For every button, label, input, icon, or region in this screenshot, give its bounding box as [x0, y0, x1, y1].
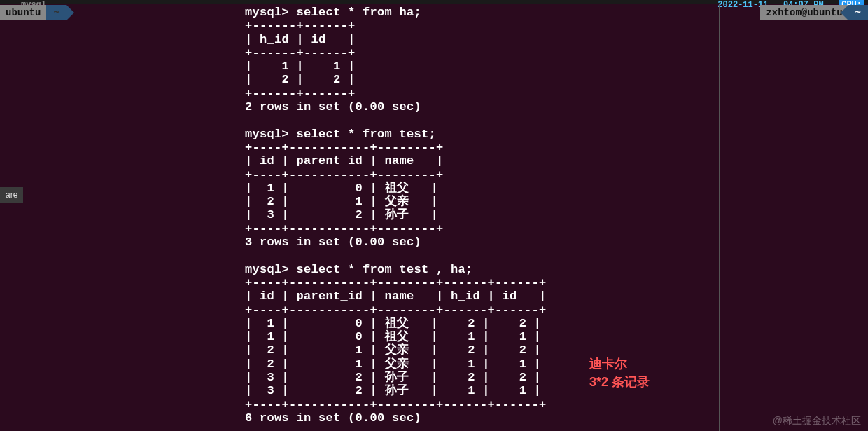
- share-button[interactable]: are: [0, 187, 23, 203]
- result-summary: 2 rows in set (0.00 sec): [245, 100, 421, 114]
- annotation-line-1: 迪卡尔: [589, 355, 650, 373]
- table-row: | 1 | 1 |: [245, 60, 356, 73]
- status-path: ~: [46, 5, 66, 20]
- terminal-output[interactable]: mysql> select * from ha; +------+------+…: [245, 6, 547, 425]
- status-right: zxhtom@ubuntu ~: [760, 5, 868, 20]
- query-3: mysql> select * from test , ha;: [245, 263, 473, 276]
- watermark: @稀土掘金技术社区: [773, 415, 861, 427]
- table-border: +----+-----------+--------+: [245, 168, 444, 182]
- status-host: ubuntu: [0, 5, 46, 20]
- pane-divider-right[interactable]: [719, 5, 720, 431]
- status-user: zxhtom@ubuntu: [760, 5, 848, 20]
- result-summary: 3 rows in set (0.00 sec): [245, 235, 421, 249]
- table-header: | id | parent_id | name |: [245, 154, 444, 167]
- table-row: | 2 | 2 |: [245, 73, 356, 86]
- table-border: +------+------+: [245, 46, 356, 60]
- table-border: +----+-----------+--------+------+------…: [245, 276, 547, 289]
- query-1: mysql> select * from ha;: [245, 6, 421, 19]
- table-row: | 2 | 1 | 父亲 | 2 | 2 |: [245, 343, 541, 357]
- status-left: ubuntu ~: [0, 5, 66, 20]
- table-row: | 3 | 2 | 孙子 |: [245, 208, 438, 221]
- table-row: | 3 | 2 | 孙子 | 1 | 1 |: [245, 384, 541, 397]
- table-border: +----+-----------+--------+: [245, 222, 444, 235]
- annotation-text: 迪卡尔 3*2 条记录: [589, 355, 650, 391]
- table-header: | h_id | id |: [245, 33, 356, 46]
- table-border: +------+------+: [245, 87, 356, 100]
- table-row: | 3 | 2 | 孙子 | 2 | 2 |: [245, 371, 541, 384]
- table-border: +----+-----------+--------+------+------…: [245, 398, 547, 411]
- table-border: +------+------+: [245, 19, 356, 32]
- pane-divider-left[interactable]: [234, 5, 234, 431]
- query-2: mysql> select * from test;: [245, 128, 436, 141]
- table-row: | 2 | 1 | 父亲 | 1 | 1 |: [245, 357, 541, 371]
- table-row: | 1 | 0 | 祖父 |: [245, 182, 438, 195]
- status-right-path: ~: [848, 5, 868, 20]
- table-header: | id | parent_id | name | h_id | id |: [245, 289, 547, 303]
- table-row: | 2 | 1 | 父亲 |: [245, 195, 438, 208]
- annotation-line-2: 3*2 条记录: [589, 373, 650, 391]
- table-border: +----+-----------+--------+------+------…: [245, 303, 547, 317]
- table-row: | 1 | 0 | 祖父 | 1 | 1 |: [245, 330, 541, 343]
- result-summary: 6 rows in set (0.00 sec): [245, 411, 421, 425]
- table-border: +----+-----------+--------+: [245, 141, 444, 154]
- table-row: | 1 | 0 | 祖父 | 2 | 2 |: [245, 317, 541, 330]
